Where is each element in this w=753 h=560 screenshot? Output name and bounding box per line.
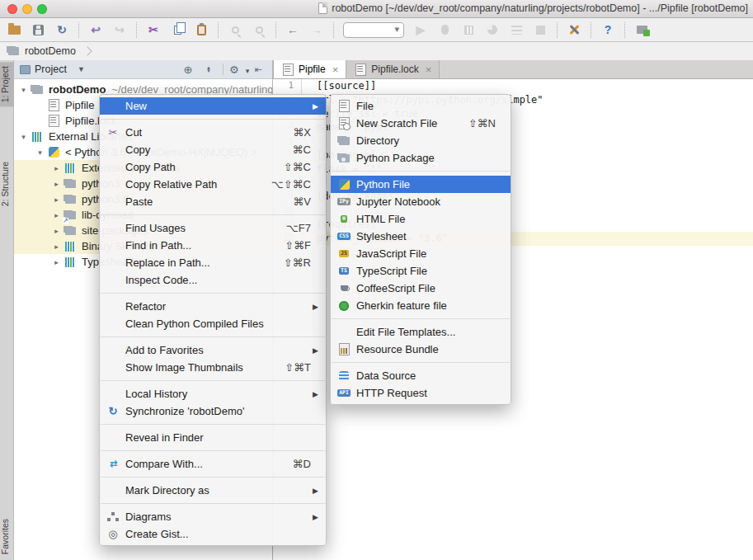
editor-line-: 1 [[source]] xyxy=(273,79,753,93)
open-file-icon xyxy=(8,26,21,35)
cut-icon: ✂ xyxy=(148,22,158,37)
submenu-item-coffeescript-file[interactable]: CoffeeScript File xyxy=(331,280,511,297)
forward-icon: → xyxy=(311,22,322,37)
minimize-window-button[interactable] xyxy=(22,4,32,14)
menu-item-paste[interactable]: Paste ⌘V xyxy=(100,193,326,210)
back-button[interactable]: ← xyxy=(285,22,300,37)
toolwindow-structure[interactable]: 2: Structure xyxy=(0,158,14,210)
menu-item-mark-directory-as[interactable]: Mark Directory as xyxy=(100,482,326,499)
tree-arrow[interactable]: ▸ xyxy=(50,258,63,266)
menu-item-replace-in-path[interactable]: Replace in Path... ⇧⌘R xyxy=(100,254,326,271)
menu-item-compare-with[interactable]: ⇄ Compare With... ⌘D xyxy=(100,455,326,473)
submenu-item-new-scratch-file[interactable]: New Scratch File ⇧⌘N xyxy=(331,115,511,132)
paste-button[interactable] xyxy=(194,22,209,37)
submenu-item-python-file[interactable]: Python File xyxy=(331,176,511,193)
concurrency-button[interactable] xyxy=(509,22,524,37)
separator xyxy=(100,499,326,508)
tree-arrow[interactable]: ▾ xyxy=(34,148,46,157)
locate-file-button[interactable]: ⊕ xyxy=(180,64,196,76)
tree-arrow[interactable]: ▸ xyxy=(50,180,63,188)
settings-gear-button[interactable]: ⚙▾ xyxy=(229,64,246,76)
title-bar: robotDemo [~/dev/dev_root/company/naturl… xyxy=(0,0,753,18)
submenu-item-jupyter-notebook[interactable]: IPy Jupyter Notebook xyxy=(331,193,511,210)
debug-icon xyxy=(441,25,449,35)
submenu-item-typescript-file[interactable]: TS TypeScript File xyxy=(331,262,511,280)
menu-item-copy-path[interactable]: Copy Path ⇧⌘C xyxy=(100,158,326,176)
zoom-window-button[interactable] xyxy=(37,4,47,14)
tree-arrow[interactable]: ▸ xyxy=(50,195,63,204)
submenu-item-gherkin-feature-file[interactable]: Gherkin feature file xyxy=(331,297,511,314)
menu-item-synchronize-robotdemo[interactable]: ↻ Synchronize 'robotDemo' xyxy=(100,402,326,420)
run-button[interactable]: ▶ xyxy=(413,22,428,37)
submenu-item-http-request[interactable]: API HTTP Request xyxy=(331,384,511,402)
debug-button[interactable] xyxy=(437,22,452,37)
tab-pipfile[interactable]: Pipfile × xyxy=(273,60,346,78)
tree-arrow[interactable]: ▾ xyxy=(17,133,30,141)
help-button[interactable]: ? xyxy=(600,22,615,37)
tree-arrow[interactable]: ▸ xyxy=(50,164,63,172)
separator xyxy=(591,22,591,38)
copy-button[interactable] xyxy=(170,22,185,37)
toolwindow-favorites[interactable]: Favorites xyxy=(0,515,14,558)
update-project-button[interactable] xyxy=(634,22,649,37)
menu-item-diagrams[interactable]: Diagrams xyxy=(100,508,326,525)
menu-item-refactor[interactable]: Refactor xyxy=(100,298,326,315)
submenu-item-html-file[interactable]: H HTML File xyxy=(331,210,511,228)
context-menu: New ✂ Cut ⌘X Copy ⌘C Copy Path ⇧⌘C Copy … xyxy=(99,94,327,546)
submenu-item-data-source[interactable]: Data Source xyxy=(331,367,511,384)
run-configuration-select[interactable] xyxy=(343,22,404,38)
menu-item-cut[interactable]: ✂ Cut ⌘X xyxy=(100,124,326,141)
submenu-item-file[interactable]: File xyxy=(331,97,511,115)
menu-item-copy[interactable]: Copy ⌘C xyxy=(100,141,326,158)
separator xyxy=(136,22,137,38)
submenu-item-stylesheet[interactable]: CSS Stylesheet xyxy=(331,228,511,245)
close-tab-icon[interactable]: × xyxy=(426,64,432,76)
navigation-bar: robotDemo xyxy=(0,42,753,60)
close-window-button[interactable] xyxy=(7,4,17,14)
settings-tools-icon xyxy=(568,24,580,35)
find-replace-button[interactable] xyxy=(252,22,266,37)
tree-arrow[interactable]: ▸ xyxy=(50,242,63,251)
menu-item-add-to-favorites[interactable]: Add to Favorites xyxy=(100,341,326,359)
submenu-item-edit-file-templates[interactable]: Edit File Templates... xyxy=(331,323,511,341)
folder-icon xyxy=(64,224,77,238)
undo-button[interactable]: ↩ xyxy=(88,22,103,37)
menu-item-local-history[interactable]: Local History xyxy=(100,385,326,402)
submenu-item-resource-bundle[interactable]: Resource Bundle xyxy=(331,341,511,358)
menu-item-inspect-code[interactable]: Inspect Code... xyxy=(100,271,326,289)
settings-button[interactable] xyxy=(567,22,581,37)
open-file-button[interactable] xyxy=(7,22,21,37)
submenu-item-javascript-file[interactable]: JS JavaScript File xyxy=(331,245,511,262)
menu-item-find-in-path[interactable]: Find in Path... ⇧⌘F xyxy=(100,237,326,254)
toolwindow-project[interactable]: 1: Project xyxy=(0,62,14,106)
submenu-item-directory[interactable]: Directory xyxy=(331,132,511,149)
breadcrumb[interactable]: robotDemo xyxy=(25,45,76,57)
save-all-button[interactable] xyxy=(31,22,45,37)
find-button[interactable] xyxy=(228,22,242,37)
collapse-all-button[interactable]: ▴▾ xyxy=(200,66,217,73)
close-tab-icon[interactable]: × xyxy=(332,64,339,76)
project-view-selector[interactable]: Project xyxy=(35,64,67,75)
file-icon xyxy=(47,115,60,128)
submenu-item-python-package[interactable]: Python Package xyxy=(331,149,511,167)
profiler-button[interactable] xyxy=(485,22,500,37)
tree-arrow[interactable]: ▾ xyxy=(17,86,30,94)
menu-item-copy-relative-path[interactable]: Copy Relative Path ⌥⇧⌘C xyxy=(100,176,326,193)
tree-arrow[interactable]: ▸ xyxy=(50,227,63,235)
menu-item-create-gist[interactable]: ◎ Create Gist... xyxy=(100,525,326,543)
stop-button[interactable] xyxy=(533,22,548,37)
menu-item-clean-python-compiled-files[interactable]: Clean Python Compiled Files xyxy=(100,315,326,332)
menu-item-new[interactable]: New xyxy=(100,97,326,115)
menu-item-reveal-in-finder[interactable]: Reveal in Finder xyxy=(100,429,326,446)
tree-arrow[interactable]: ▸ xyxy=(50,211,63,219)
cut-button[interactable]: ✂ xyxy=(146,22,161,37)
folder-icon xyxy=(7,45,20,58)
hide-panel-button[interactable]: ⇤ xyxy=(250,64,266,75)
forward-button[interactable]: → xyxy=(309,22,324,37)
redo-button[interactable]: ↪ xyxy=(112,22,127,37)
menu-item-show-image-thumbnails[interactable]: Show Image Thumbnails ⇧⌘T xyxy=(100,359,326,376)
tab-pipfile-lock[interactable]: Pipfile.lock × xyxy=(346,60,440,78)
menu-item-find-usages[interactable]: Find Usages ⌥F7 xyxy=(100,219,326,237)
synchronize-button[interactable]: ↻ xyxy=(54,22,69,37)
run-coverage-button[interactable] xyxy=(461,22,476,37)
